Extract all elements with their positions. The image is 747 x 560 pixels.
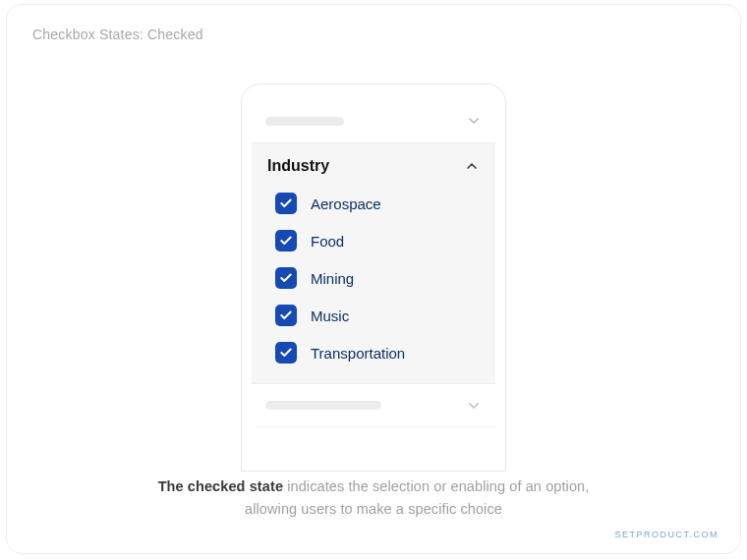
checkbox-checked[interactable] <box>275 267 297 289</box>
collapsed-section-bottom[interactable] <box>252 427 495 472</box>
checkbox-label: Mining <box>311 270 354 287</box>
check-icon <box>279 308 293 322</box>
checkbox-row[interactable]: Music <box>267 297 480 334</box>
industry-section: Industry Aerospace Food Mining <box>252 142 495 384</box>
check-icon <box>279 271 293 285</box>
chevron-down-icon <box>466 443 482 459</box>
checkbox-checked[interactable] <box>275 193 297 214</box>
checkbox-label: Aerospace <box>311 196 381 212</box>
placeholder-label <box>265 117 344 126</box>
chevron-down-icon <box>466 113 482 129</box>
placeholder-group <box>265 443 387 459</box>
checkbox-row[interactable]: Transportation <box>267 334 480 371</box>
caption: The checked state indicates the selectio… <box>7 476 740 520</box>
page-title: Checkbox States: Checked <box>32 27 203 42</box>
chevron-down-icon <box>466 398 482 414</box>
example-frame: Checkbox States: Checked Industry Aerosp… <box>6 4 741 554</box>
device-mockup: Industry Aerospace Food Mining <box>241 84 506 472</box>
collapsed-section-mid[interactable] <box>252 384 495 427</box>
checkbox-row[interactable]: Aerospace <box>267 185 480 222</box>
checkbox-row[interactable]: Food <box>267 222 480 259</box>
check-icon <box>279 196 293 210</box>
chevron-up-icon <box>464 158 480 174</box>
placeholder-label <box>311 446 387 456</box>
checkbox-label: Music <box>311 308 349 324</box>
industry-section-header[interactable]: Industry <box>252 143 495 185</box>
section-title: Industry <box>267 157 329 175</box>
checkbox-row[interactable]: Mining <box>267 259 480 297</box>
check-icon <box>279 234 293 248</box>
checkbox-label: Food <box>311 233 344 250</box>
watermark: SETPRODUCT.COM <box>614 530 718 539</box>
checkbox-checked[interactable] <box>275 305 297 326</box>
collapsed-section-top[interactable] <box>252 99 495 142</box>
checkbox-label: Transportation <box>311 345 405 362</box>
caption-strong: The checked state <box>158 478 283 494</box>
caption-rest-1: indicates the selection or enabling of a… <box>283 478 589 494</box>
checkbox-list: Aerospace Food Mining Music <box>252 185 495 383</box>
placeholder-label <box>265 401 381 410</box>
placeholder-pill <box>265 443 303 459</box>
check-icon <box>279 346 293 360</box>
checkbox-checked[interactable] <box>275 230 297 252</box>
checkbox-checked[interactable] <box>275 342 297 364</box>
caption-line-2: allowing users to make a specific choice <box>245 501 502 517</box>
